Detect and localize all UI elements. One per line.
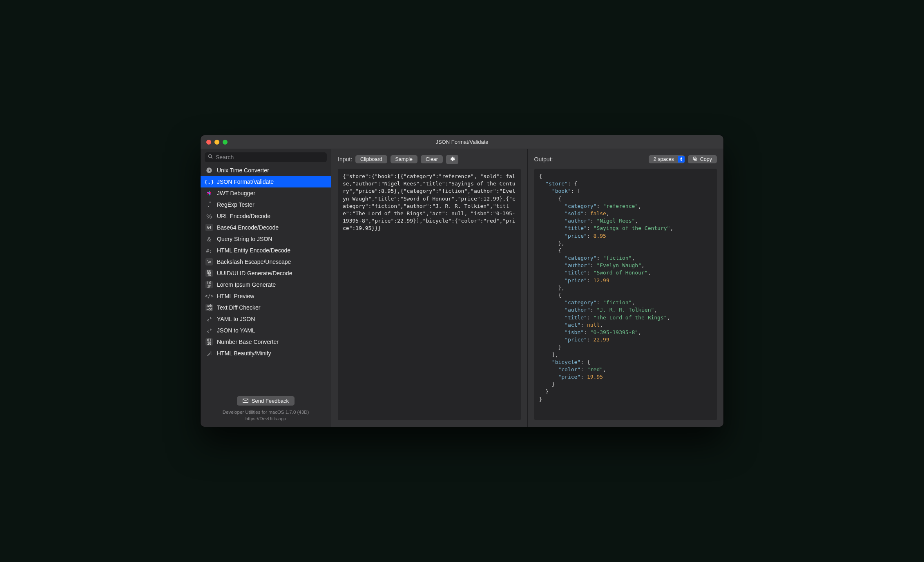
traffic-lights [201, 140, 228, 145]
sidebar-item[interactable]: Unix Time Converter [201, 165, 331, 176]
sidebar-item-label: YAML to JSON [217, 316, 255, 322]
numbase-icon: 01 10 [205, 338, 213, 346]
jwt-icon [205, 190, 213, 197]
send-feedback-label: Send Feedback [252, 398, 289, 404]
titlebar[interactable]: JSON Format/Validate [201, 135, 723, 149]
input-pane: Input: Clipboard Sample Clear {"store":{… [331, 149, 527, 427]
zoom-window-button[interactable] [223, 140, 228, 145]
swap-icon [205, 315, 213, 323]
indent-select-label: 2 spaces [649, 155, 678, 163]
sidebar-item-label: HTML Preview [217, 293, 254, 299]
input-title: Input: [338, 156, 352, 163]
output-header: Output: 2 spaces ▲▼ Copy [534, 154, 717, 165]
indent-select[interactable]: 2 spaces ▲▼ [649, 155, 685, 163]
sidebar-item-label: RegExp Tester [217, 201, 254, 208]
settings-button[interactable] [446, 155, 458, 164]
output-title: Output: [534, 156, 553, 163]
sidebar-item-label: URL Encode/Decode [217, 213, 270, 219]
percent-icon: % [205, 212, 213, 220]
sidebar-item-label: Unix Time Converter [217, 167, 269, 174]
tool-list[interactable]: Unix Time Converter{.}JSON Format/Valida… [201, 165, 331, 392]
html-icon: </> [205, 292, 213, 300]
search-field[interactable] [205, 152, 327, 162]
input-textarea[interactable]: {"store":{"book":[{"category":"reference… [338, 169, 521, 420]
app-version-line: Developer Utilities for macOS 1.7.0 (43D… [223, 409, 309, 415]
uuid-icon: UU ID [205, 270, 213, 277]
close-window-button[interactable] [206, 140, 211, 145]
sidebar-item[interactable]: 64Base64 Encode/Decode [201, 222, 331, 233]
lorem-icon: LO IP [205, 281, 213, 288]
svg-rect-8 [693, 157, 696, 159]
sidebar-item-label: JSON to YAML [217, 327, 255, 334]
app-info: Developer Utilities for macOS 1.7.0 (43D… [223, 409, 309, 422]
app-window: JSON Format/Validate Unix Time Converter… [201, 135, 723, 427]
sidebar: Unix Time Converter{.}JSON Format/Valida… [201, 149, 331, 427]
minimize-window-button[interactable] [214, 140, 219, 145]
main-content: Input: Clipboard Sample Clear {"store":{… [331, 149, 723, 427]
regex-icon: .* [205, 201, 213, 208]
sidebar-item[interactable]: \nBackslash Escape/Unescape [201, 256, 331, 268]
sidebar-item[interactable]: JWT Debugger [201, 187, 331, 199]
window-title: JSON Format/Validate [201, 139, 723, 145]
output-view[interactable]: { "store": { "book": [ { "category": "re… [534, 169, 717, 420]
sample-button[interactable]: Sample [391, 155, 417, 163]
clear-button[interactable]: Clear [421, 155, 443, 163]
hash-icon: #; [205, 247, 213, 254]
svg-point-0 [209, 155, 212, 158]
b64-icon: 64 [205, 224, 213, 231]
bslash-icon: \n [205, 258, 213, 265]
chevron-up-down-icon: ▲▼ [678, 156, 685, 163]
sidebar-item[interactable]: +ab -cdText Diff Checker [201, 302, 331, 313]
copy-icon [693, 157, 699, 162]
output-pane: Output: 2 spaces ▲▼ Copy { "store" [527, 149, 724, 427]
sidebar-item-label: Number Base Converter [217, 339, 279, 345]
sidebar-item-label: Text Diff Checker [217, 304, 260, 311]
clock-icon [205, 167, 213, 174]
copy-button[interactable]: Copy [688, 155, 717, 163]
diff-icon: +ab -cd [205, 304, 213, 311]
sidebar-item[interactable]: 01 10Number Base Converter [201, 336, 331, 348]
sidebar-item[interactable]: UU IDUUID/ULID Generate/Decode [201, 268, 331, 279]
sidebar-item[interactable]: JSON to YAML [201, 325, 331, 336]
sidebar-item-label: Lorem Ipsum Generate [217, 281, 276, 288]
sidebar-item-label: Base64 Encode/Decode [217, 224, 279, 231]
wand-icon [205, 350, 213, 357]
sidebar-item[interactable]: #;HTML Entity Encode/Decode [201, 245, 331, 256]
sidebar-item[interactable]: YAML to JSON [201, 313, 331, 325]
gear-icon [449, 157, 455, 163]
sidebar-item[interactable]: .*RegExp Tester [201, 199, 331, 210]
sidebar-item[interactable]: </>HTML Preview [201, 290, 331, 302]
sidebar-item-label: UUID/ULID Generate/Decode [217, 270, 292, 277]
braces-icon: {.} [205, 178, 213, 185]
sidebar-item-label: HTML Beautify/Minify [217, 350, 271, 357]
amp-icon: & [205, 235, 213, 243]
sidebar-item-label: HTML Entity Encode/Decode [217, 247, 290, 254]
sidebar-item-label: Query String to JSON [217, 236, 272, 242]
sidebar-item-label: JWT Debugger [217, 190, 255, 196]
search-icon [208, 154, 213, 161]
sidebar-item-label: JSON Format/Validate [217, 178, 274, 185]
sidebar-item[interactable]: {.}JSON Format/Validate [201, 176, 331, 187]
sidebar-item-label: Backslash Escape/Unescape [217, 259, 291, 265]
input-header: Input: Clipboard Sample Clear [338, 154, 521, 165]
sidebar-item[interactable]: HTML Beautify/Minify [201, 348, 331, 359]
clipboard-button[interactable]: Clipboard [355, 155, 387, 163]
swap-icon [205, 327, 213, 334]
app-url-line: https://DevUtils.app [223, 415, 309, 422]
sidebar-footer: Send Feedback Developer Utilities for ma… [201, 392, 331, 427]
sidebar-item[interactable]: LO IPLorem Ipsum Generate [201, 279, 331, 290]
search-input[interactable] [216, 154, 324, 161]
sidebar-item[interactable]: %URL Encode/Decode [201, 210, 331, 222]
sidebar-item[interactable]: &Query String to JSON [201, 233, 331, 245]
svg-rect-7 [694, 158, 696, 161]
svg-line-1 [211, 157, 212, 158]
mail-icon [243, 398, 248, 404]
copy-label: Copy [700, 156, 712, 162]
send-feedback-button[interactable]: Send Feedback [237, 396, 295, 406]
